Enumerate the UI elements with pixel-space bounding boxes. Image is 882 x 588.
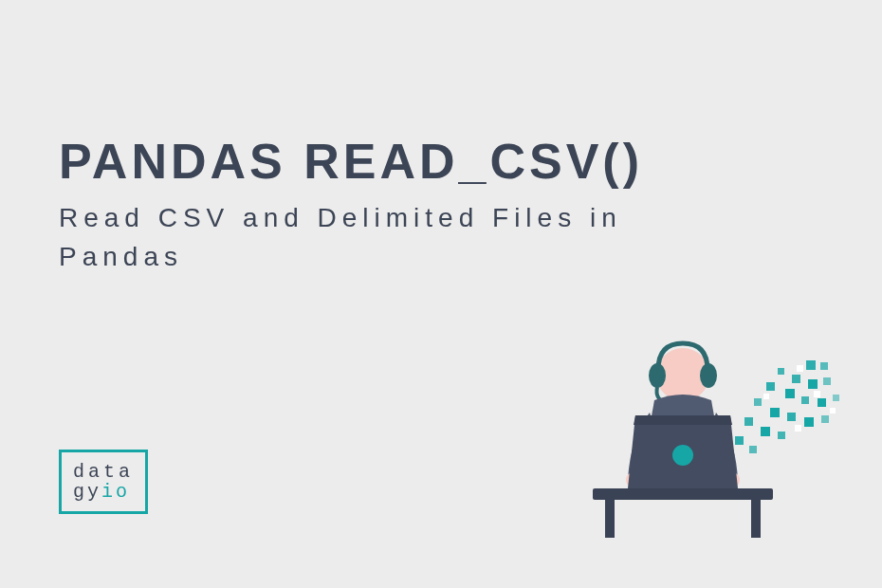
svg-rect-17: [761, 427, 770, 436]
svg-rect-22: [814, 391, 820, 397]
svg-rect-1: [820, 362, 828, 370]
svg-rect-21: [797, 365, 803, 372]
svg-point-26: [649, 363, 666, 388]
svg-rect-24: [795, 425, 801, 432]
svg-rect-6: [766, 382, 775, 391]
brand-logo: data gyio: [59, 450, 148, 514]
svg-rect-19: [735, 436, 744, 445]
svg-rect-4: [823, 377, 831, 385]
svg-rect-3: [808, 379, 818, 389]
svg-rect-18: [778, 432, 785, 439]
desk-icon: [593, 488, 773, 500]
svg-rect-12: [770, 408, 780, 417]
pixel-trail-icon: [735, 360, 839, 453]
svg-rect-14: [804, 417, 814, 427]
svg-rect-5: [778, 368, 784, 375]
svg-rect-31: [605, 500, 615, 538]
page-subtitle: Read CSV and Delimited Files in Pandas: [59, 199, 704, 276]
brand-logo-plain: gy: [73, 481, 101, 503]
svg-rect-10: [833, 395, 839, 401]
page-title: PANDAS READ_CSV(): [59, 133, 643, 190]
svg-rect-25: [830, 408, 836, 413]
brand-logo-line2: gyio: [73, 482, 134, 502]
svg-rect-16: [744, 417, 753, 426]
developer-illustration: [560, 322, 844, 541]
svg-rect-11: [754, 398, 762, 406]
svg-rect-13: [787, 413, 796, 421]
svg-point-33: [672, 445, 693, 466]
svg-rect-2: [792, 375, 800, 383]
svg-rect-0: [806, 360, 816, 370]
svg-rect-8: [801, 396, 809, 404]
laptop-icon: [628, 415, 738, 488]
brand-logo-accent: io: [101, 481, 130, 503]
svg-point-27: [700, 363, 717, 388]
brand-logo-line1: data: [73, 462, 134, 482]
svg-rect-15: [821, 415, 829, 423]
svg-rect-23: [763, 394, 769, 399]
svg-rect-7: [785, 389, 795, 398]
svg-rect-20: [749, 446, 757, 453]
svg-rect-9: [818, 398, 826, 407]
svg-rect-32: [751, 500, 761, 538]
